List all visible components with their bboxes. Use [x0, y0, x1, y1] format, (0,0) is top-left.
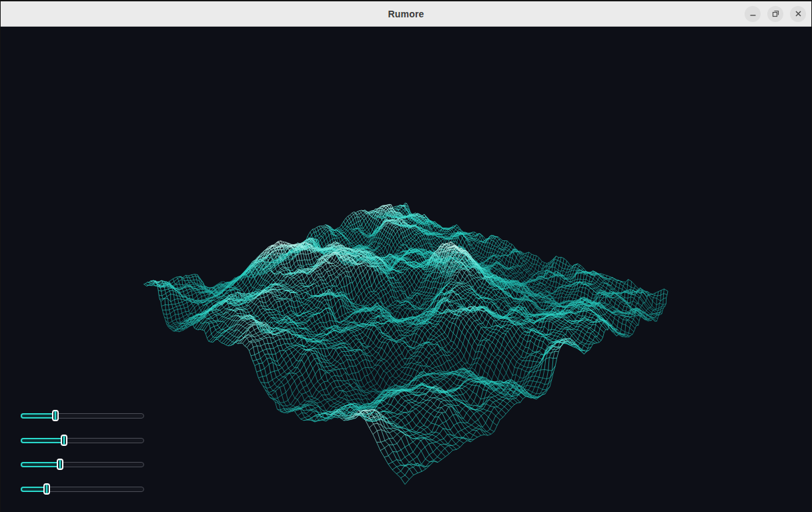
- slider-thumb[interactable]: [43, 483, 50, 495]
- slider-thumb[interactable]: [52, 410, 59, 421]
- maximize-button[interactable]: [767, 6, 783, 22]
- noise-slider-2[interactable]: [21, 435, 144, 446]
- app-window: Rumore: [0, 0, 812, 512]
- window-title: Rumore: [388, 9, 424, 19]
- minimize-button[interactable]: [745, 6, 761, 22]
- slider-fill: [21, 413, 55, 419]
- noise-slider-4[interactable]: [21, 483, 144, 495]
- close-icon: [794, 9, 803, 18]
- noise-slider-3[interactable]: [21, 459, 144, 470]
- content-area: [1, 27, 811, 511]
- slider-fill: [21, 438, 64, 443]
- close-button[interactable]: [790, 6, 806, 22]
- maximize-icon: [771, 9, 780, 18]
- slider-thumb[interactable]: [61, 435, 67, 446]
- window-titlebar[interactable]: Rumore: [1, 0, 811, 27]
- slider-panel: [21, 410, 144, 507]
- window-controls: [745, 1, 806, 26]
- minimize-icon: [749, 9, 757, 18]
- slider-fill: [21, 462, 60, 467]
- noise-slider-1[interactable]: [21, 410, 144, 421]
- slider-thumb[interactable]: [57, 459, 63, 470]
